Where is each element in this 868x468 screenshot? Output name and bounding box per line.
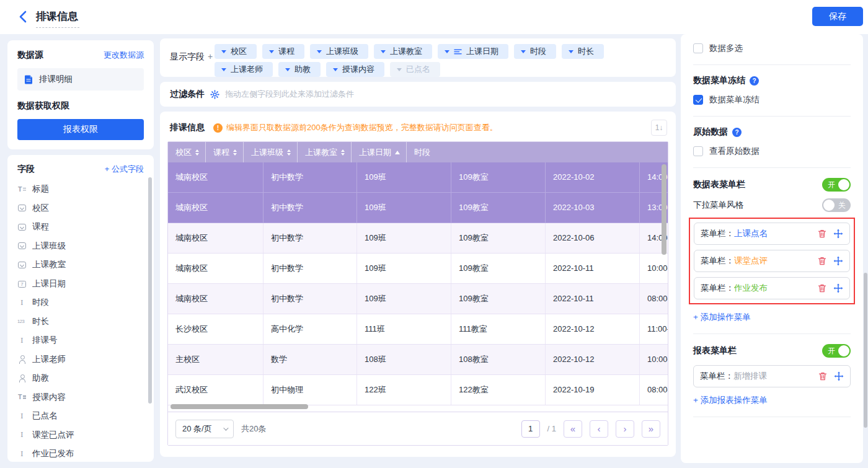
field-item[interactable]: 已点名 [17, 407, 144, 426]
field-item[interactable]: 排课号 [17, 331, 144, 350]
field-item[interactable]: 上课老师 [17, 350, 144, 369]
sort-order-button[interactable]: 1↓ [651, 120, 667, 136]
column-header[interactable]: 校区 [168, 142, 206, 162]
sort-both-icon[interactable] [341, 149, 345, 156]
menu-bar-item[interactable]: 菜单栏： 作业发布 [694, 277, 850, 299]
move-icon[interactable] [833, 229, 843, 239]
table-row[interactable]: 城南校区 初中数学 109班 109教室 2022-10-11 10:00-1 [168, 254, 668, 284]
field-chip[interactable]: 时长 [562, 44, 604, 59]
move-icon[interactable] [833, 256, 843, 266]
help-icon[interactable]: ? [732, 128, 742, 137]
freeze-option[interactable]: 数据菜单冻结 [693, 94, 851, 105]
field-item-label: 作业已发布 [32, 448, 74, 459]
field-item[interactable]: 授课内容 [17, 388, 144, 407]
table-row[interactable]: 城南校区 初中数学 109班 109教室 2022-10-02 14:00-1 [168, 162, 668, 193]
field-item-label: 校区 [32, 203, 49, 214]
table-row[interactable]: 长沙校区 高中化学 111班 111教室 2022-10-12 11:00-1 [168, 314, 668, 345]
display-fields-panel: 显示字段+ 校区 课程 上课班级 上 [160, 38, 676, 77]
field-item[interactable]: 助教 [17, 369, 144, 388]
trash-icon[interactable] [817, 256, 827, 266]
add-formula-field-link[interactable]: + 公式字段 [105, 164, 144, 175]
page-size-select[interactable]: 20 条/页 [175, 420, 234, 438]
column-header[interactable]: 上课教室 [298, 142, 352, 162]
field-chip[interactable]: 上课日期 [438, 44, 508, 59]
table-row[interactable]: 主校区 数学 108班 108教室 2022-10-12 10:00-1 [168, 345, 668, 375]
table-horizontal-scrollbar[interactable] [170, 404, 308, 409]
next-page-button[interactable]: › [616, 420, 634, 438]
field-chip[interactable]: 授课内容 [326, 62, 384, 77]
field-type-icon [17, 185, 27, 194]
field-chip[interactable]: 已点名 [390, 62, 440, 77]
field-item[interactable]: 作业已发布 [17, 444, 144, 462]
field-type-icon [17, 260, 27, 270]
menu-bar-item[interactable]: 菜单栏： 课堂点评 [694, 250, 850, 272]
field-item[interactable]: 课堂已点评 [17, 426, 144, 445]
dropdown-style-toggle[interactable]: 关 [822, 198, 851, 212]
trash-icon[interactable] [817, 283, 827, 293]
field-item[interactable]: 上课教室 [17, 255, 144, 275]
field-chip[interactable]: 上课班级 [310, 44, 368, 59]
field-chip[interactable]: 课程 [262, 44, 304, 59]
menu-bar-item[interactable]: 菜单栏： 新增排课 [693, 365, 851, 387]
add-display-field-button[interactable]: + [208, 51, 213, 61]
checkbox-icon[interactable] [693, 95, 703, 105]
sort-both-icon[interactable] [195, 149, 199, 156]
move-icon[interactable] [833, 283, 843, 293]
sort-both-icon[interactable] [233, 149, 237, 156]
field-item[interactable]: 校区 [17, 199, 144, 218]
field-chip[interactable]: 上课老师 [215, 62, 273, 77]
table-row[interactable]: 城南校区 初中数学 109班 109教室 2022-10-11 08:00-0 [168, 284, 668, 314]
fields-scrollbar[interactable] [148, 177, 152, 404]
table-body: 城南校区 初中数学 109班 109教室 2022-10-02 14:00-1 … [168, 162, 668, 412]
table-row[interactable]: 城南校区 初中数学 109班 109教室 2022-10-03 13:00-1 [168, 193, 668, 223]
sort-both-icon[interactable] [287, 149, 291, 156]
multi-select-option[interactable]: 数据多选 [693, 43, 851, 54]
help-icon[interactable]: ? [750, 76, 759, 86]
first-page-button[interactable]: « [564, 420, 582, 438]
checkbox-icon[interactable] [693, 43, 703, 53]
display-fields-label: 显示字段+ [170, 51, 213, 63]
back-icon[interactable] [16, 9, 31, 24]
move-icon[interactable] [834, 371, 844, 381]
data-menu-toggle[interactable]: 开 [822, 178, 851, 192]
report-menu-toggle[interactable]: 开 [822, 344, 851, 358]
trash-icon[interactable] [818, 371, 828, 381]
sort-asc-icon[interactable] [395, 151, 400, 154]
field-item[interactable]: 课程 [17, 218, 144, 237]
column-header[interactable]: 上课班级 [244, 142, 298, 162]
page-number-input[interactable]: 1 [521, 420, 540, 438]
field-chip[interactable]: 上课教室 [374, 44, 432, 59]
field-item[interactable]: 时长 [17, 312, 144, 332]
table-row[interactable]: 武汉校区 初中物理 122班 122教室 2022-10-19 08:00-0 [168, 375, 668, 405]
window-scrollbar[interactable] [864, 273, 867, 428]
raw-data-option[interactable]: 查看原始数据 [693, 146, 851, 157]
field-chip[interactable]: 助教 [278, 62, 321, 77]
menu-bar-item[interactable]: 菜单栏： 上课点名 [694, 223, 850, 245]
filter-dropzone[interactable]: 拖动左侧字段到此处来添加过滤条件 [225, 89, 354, 100]
table-vertical-scrollbar[interactable] [662, 164, 666, 255]
field-type-icon [17, 430, 27, 439]
checkbox-icon[interactable] [693, 146, 703, 156]
prev-page-button[interactable]: ‹ [590, 420, 608, 438]
column-header[interactable]: 上课日期 [352, 142, 407, 162]
document-icon [24, 74, 33, 84]
field-item[interactable]: 上课班级 [17, 237, 144, 256]
add-report-action-menu-link[interactable]: + 添加报表操作菜单 [693, 395, 768, 406]
cell-room: 109教室 [451, 254, 546, 283]
trash-icon[interactable] [817, 229, 827, 239]
gear-icon[interactable] [210, 90, 219, 99]
last-page-button[interactable]: » [642, 420, 660, 438]
field-chip[interactable]: 时段 [514, 44, 556, 59]
field-item[interactable]: 标题 [17, 180, 144, 199]
datasource-item[interactable]: 排课明细 [17, 68, 144, 91]
field-item[interactable]: 时段 [17, 293, 144, 312]
field-chip[interactable]: 校区 [215, 44, 257, 59]
change-datasource-link[interactable]: 更改数据源 [104, 50, 144, 61]
field-item[interactable]: 上课日期 [17, 275, 144, 294]
table-row[interactable]: 城南校区 初中数学 109班 109教室 2022-10-06 14:00-1 [168, 223, 668, 254]
add-action-menu-link[interactable]: + 添加操作菜单 [693, 312, 751, 323]
report-permission-button[interactable]: 报表权限 [17, 119, 144, 140]
column-header[interactable]: 时段 [407, 142, 436, 162]
column-header[interactable]: 课程 [206, 142, 244, 162]
save-button[interactable]: 保存 [812, 7, 863, 26]
